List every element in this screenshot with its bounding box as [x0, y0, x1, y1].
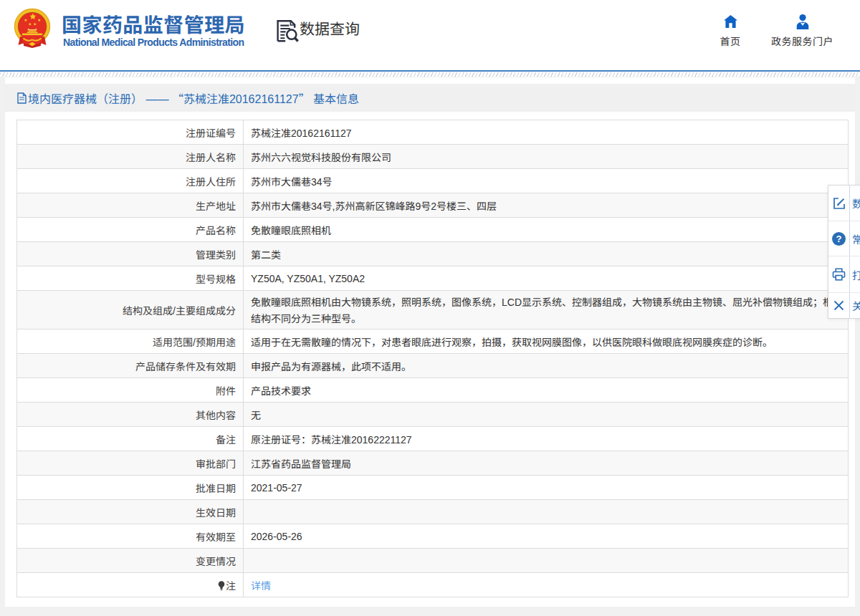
svg-text:?: ? [836, 234, 842, 244]
